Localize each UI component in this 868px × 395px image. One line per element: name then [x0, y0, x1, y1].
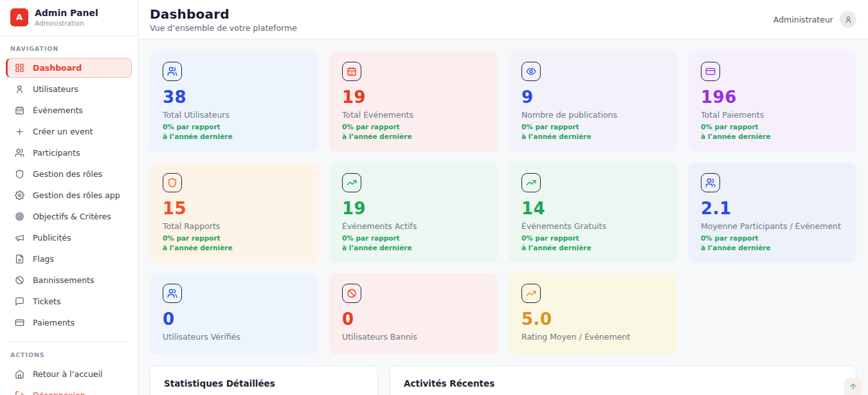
- stat-card-utilisateurs-verifies: 0Utilisateurs Vérifiés: [150, 273, 318, 354]
- stats-grid: 38Total Utilisateurs0% par rapportà l’an…: [150, 51, 856, 354]
- gear-icon: [15, 190, 24, 200]
- recent-activities-panel: Activités Récentes: [390, 365, 856, 395]
- stat-label: Nombre de publications: [521, 110, 664, 120]
- stat-card-evenements-actifs: 19Événements Actifs0% par rapportà l’ann…: [329, 163, 498, 263]
- user-avatar[interactable]: [840, 11, 856, 28]
- stat-value: 0: [342, 311, 485, 327]
- sidebar-item-deconnexion[interactable]: Déconnexion: [0, 385, 138, 395]
- actions-section-label: ACTIONS: [0, 342, 138, 363]
- sidebar-item-label: Événements: [33, 106, 83, 115]
- stat-label: Total Paiements: [701, 110, 844, 120]
- grid-icon: [15, 63, 24, 73]
- sidebar-item-retour-a-l-accueil[interactable]: Retour à l’accueil: [0, 363, 138, 385]
- calendar-icon: [15, 106, 24, 115]
- stat-value: 196: [701, 89, 844, 106]
- scroll-to-top-button[interactable]: [844, 378, 862, 395]
- megaphone-icon: [15, 233, 24, 243]
- stat-label: Rating Moyen / Événement: [521, 332, 664, 342]
- sidebar-item-publicites[interactable]: Publicités: [0, 227, 138, 248]
- sidebar-item-label: Tickets: [33, 297, 61, 306]
- users-icon: [163, 284, 182, 303]
- stat-value: 9: [521, 89, 664, 106]
- stat-label: Total Utilisateurs: [163, 110, 305, 120]
- stat-subtext: 0% par rapportà l’année dernière: [701, 234, 844, 253]
- stat-card-total-utilisateurs: 38Total Utilisateurs0% par rapportà l’an…: [150, 51, 318, 152]
- message-icon: [15, 297, 24, 306]
- shield-icon: [163, 173, 182, 192]
- sidebar-item-label: Objectifs & Critères: [33, 212, 111, 221]
- target-icon: [15, 212, 24, 221]
- card-icon: [701, 62, 720, 81]
- stat-value: 5.0: [521, 311, 664, 327]
- sidebar-item-label: Flags: [33, 254, 54, 264]
- sidebar-header: A Admin Panel Administration: [0, 0, 138, 36]
- sidebar-item-dashboard[interactable]: Dashboard: [6, 58, 132, 78]
- sidebar-item-label: Participants: [33, 148, 80, 158]
- sidebar-item-evenements[interactable]: Événements: [0, 100, 138, 121]
- sidebar-item-label: Utilisateurs: [33, 84, 78, 94]
- app-title: Admin Panel: [35, 8, 98, 19]
- detailed-stats-title: Statistiques Détaillées: [164, 378, 364, 389]
- home-icon: [15, 369, 24, 379]
- stat-card-total-paiements: 196Total Paiements0% par rapportà l’anné…: [688, 51, 856, 152]
- stat-subtext: 0% par rapportà l’année dernière: [163, 234, 305, 253]
- sidebar-item-participants[interactable]: Participants: [0, 142, 138, 163]
- sidebar-item-label: Gestion des rôles: [33, 169, 102, 179]
- sidebar-item-objectifs-criteres[interactable]: Objectifs & Critères: [0, 206, 138, 227]
- trend-icon: [521, 284, 541, 303]
- stat-card-moyenne-participants-evenement: 2.1Moyenne Participants / Événement0% pa…: [688, 163, 856, 263]
- sidebar-item-creer-un-event[interactable]: Créer un event: [0, 121, 138, 142]
- stat-card-total-rapports: 15Total Rapports0% par rapportà l’année …: [150, 163, 318, 263]
- stat-value: 14: [521, 200, 664, 217]
- user-role-label: Administrateur: [773, 15, 833, 24]
- detailed-stats-panel: Statistiques Détaillées: [150, 365, 378, 395]
- ban-icon: [342, 284, 361, 303]
- stat-value: 0: [163, 311, 305, 327]
- page-subtitle: Vue d’ensemble de votre plateforme: [150, 23, 297, 33]
- file-icon: [15, 254, 24, 264]
- shield-icon: [15, 169, 24, 179]
- bottom-panels: Statistiques Détaillées Activités Récent…: [150, 365, 856, 395]
- stat-card-rating-moyen-evenement: 5.0Rating Moyen / Événement: [509, 273, 677, 354]
- sidebar-item-utilisateurs[interactable]: Utilisateurs: [0, 78, 138, 100]
- stat-label: Total Événements: [342, 110, 485, 120]
- sidebar-item-label: Déconnexion: [33, 390, 86, 395]
- stat-value: 15: [163, 200, 305, 217]
- nav-list: DashboardUtilisateursÉvénementsCréer un …: [0, 58, 138, 333]
- users-icon: [15, 148, 24, 158]
- stat-card-utilisateurs-bannis: 0Utilisateurs Bannis: [329, 273, 498, 354]
- app-subtitle: Administration: [35, 19, 98, 27]
- stat-subtext: 0% par rapportà l’année dernière: [342, 234, 485, 253]
- trend-icon: [342, 173, 361, 192]
- sidebar-item-label: Créer un event: [33, 127, 93, 136]
- sidebar-item-bannissements[interactable]: Bannissements: [0, 270, 138, 291]
- page-header: Dashboard Vue d’ensemble de votre platef…: [138, 0, 868, 39]
- sidebar-item-tickets[interactable]: Tickets: [0, 291, 138, 312]
- stat-label: Événements Gratuits: [521, 221, 664, 232]
- sidebar-item-paiements[interactable]: Paiements: [0, 312, 138, 333]
- sidebar-item-gestion-des-roles-app[interactable]: Gestion des rôles app: [0, 185, 138, 206]
- sidebar: A Admin Panel Administration NAVIGATION …: [0, 0, 138, 395]
- stat-card-total-evenements: 19Total Événements0% par rapportà l’anné…: [329, 51, 498, 152]
- sidebar-item-label: Dashboard: [33, 63, 82, 73]
- app-logo: A: [10, 8, 28, 26]
- user-icon: [15, 84, 24, 94]
- sidebar-item-label: Bannissements: [33, 275, 94, 285]
- actions-list: Retour à l’accueilDéconnexion: [0, 363, 138, 395]
- logout-icon: [15, 390, 24, 395]
- stat-subtext: 0% par rapportà l’année dernière: [342, 122, 485, 142]
- ban-icon: [15, 275, 24, 285]
- stat-label: Utilisateurs Bannis: [342, 332, 485, 342]
- calendar-icon: [342, 62, 361, 81]
- sidebar-item-label: Publicités: [33, 233, 71, 243]
- sidebar-item-label: Gestion des rôles app: [33, 190, 120, 200]
- sidebar-item-flags[interactable]: Flags: [0, 248, 138, 270]
- users-icon: [163, 62, 182, 81]
- sidebar-item-gestion-des-roles[interactable]: Gestion des rôles: [0, 163, 138, 185]
- stat-label: Moyenne Participants / Événement: [701, 221, 844, 232]
- stat-subtext: 0% par rapportà l’année dernière: [521, 234, 664, 253]
- main-area: Dashboard Vue d’ensemble de votre platef…: [138, 0, 868, 395]
- stat-card-nombre-de-publications: 9Nombre de publications0% par rapportà l…: [509, 51, 677, 152]
- plus-icon: [15, 127, 24, 136]
- stat-card-evenements-gratuits: 14Événements Gratuits0% par rapportà l’a…: [509, 163, 677, 263]
